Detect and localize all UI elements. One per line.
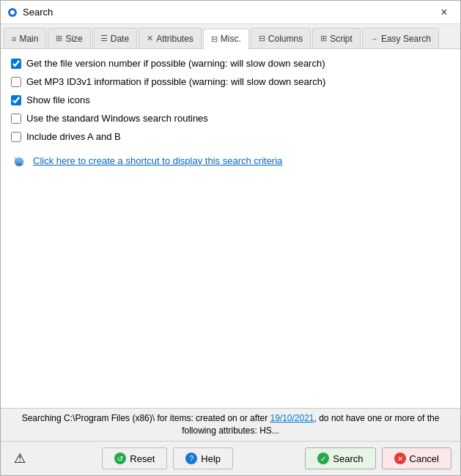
reset-icon: ↺ (114, 453, 126, 464)
window-icon (7, 7, 18, 18)
tab-misc-label: Misc. (221, 34, 241, 44)
checkbox-mp3[interactable] (11, 77, 21, 87)
checkbox-label-file-version[interactable]: Get the file version number if possible … (26, 58, 325, 69)
checkbox-row-windows-search: Use the standard Windows search routines (11, 113, 450, 124)
svg-point-4 (15, 157, 23, 162)
bottom-left: ⚠ (10, 448, 30, 469)
tab-date-label: Date (111, 34, 129, 44)
bottom-center: ↺ Reset ? Help (102, 447, 233, 469)
help-label: Help (201, 453, 221, 464)
tab-attributes[interactable]: ✕ Attributes (139, 28, 202, 48)
cancel-button[interactable]: ✕ Cancel (382, 447, 451, 469)
tab-date[interactable]: ☰ Date (92, 28, 137, 48)
checkbox-drives-ab[interactable] (11, 132, 21, 142)
checkbox-label-drives-ab[interactable]: Include drives A and B (26, 131, 121, 142)
close-button[interactable]: × (434, 5, 454, 20)
checkbox-label-show-icons[interactable]: Show file icons (26, 94, 90, 105)
reset-button[interactable]: ↺ Reset (102, 447, 167, 469)
tab-script-icon: ⊞ (320, 34, 327, 43)
tab-attributes-label: Attributes (156, 34, 193, 44)
tab-bar: ≡ Main ⊞ Size ☰ Date ✕ Attributes ⊟ Misc… (1, 24, 460, 49)
reset-label: Reset (130, 453, 155, 464)
title-bar: Search × (1, 1, 460, 24)
checkbox-row-mp3: Get MP3 ID3v1 information if possible (w… (11, 76, 450, 87)
title-bar-left: Search (7, 7, 53, 18)
tab-easysearch-icon: → (370, 34, 378, 43)
checkbox-label-windows-search[interactable]: Use the standard Windows search routines (26, 113, 208, 124)
tab-main-icon: ≡ (12, 34, 16, 43)
svg-point-1 (10, 10, 15, 15)
bottom-bar: ⚠ ↺ Reset ? Help ✓ Search ✕ Cancel (1, 441, 460, 475)
checkbox-show-icons[interactable] (11, 95, 21, 105)
status-text: Searching C:\Program Files (x86)\ for it… (22, 413, 440, 436)
tab-main-label: Main (19, 34, 38, 44)
tab-content-misc: Get the file version number if possible … (1, 49, 460, 408)
search-button[interactable]: ✓ Search (305, 447, 375, 469)
tab-script-label: Script (330, 34, 353, 44)
tab-size-label: Size (65, 34, 82, 44)
warning-icon: ⚠ (10, 448, 30, 469)
checkbox-windows-search[interactable] (11, 114, 21, 124)
cancel-x-icon: ✕ (394, 453, 406, 464)
tab-date-icon: ☰ (100, 34, 108, 43)
checkbox-file-version[interactable] (11, 59, 21, 69)
status-date-highlight: 19/10/2021 (270, 413, 314, 423)
tab-misc-icon: ⊟ (211, 34, 218, 44)
shortcut-icon (11, 152, 27, 168)
tab-columns[interactable]: ⊟ Columns (251, 28, 311, 48)
tab-easysearch-label: Easy Search (381, 34, 431, 44)
search-label: Search (333, 453, 363, 464)
help-button[interactable]: ? Help (173, 447, 233, 469)
tab-size-icon: ⊞ (56, 34, 62, 43)
tab-columns-label: Columns (268, 34, 303, 44)
bottom-right: ✓ Search ✕ Cancel (305, 447, 451, 469)
help-icon: ? (185, 453, 197, 464)
tab-attributes-icon: ✕ (147, 34, 153, 43)
shortcut-link[interactable]: Click here to create a shortcut to displ… (33, 155, 282, 166)
cancel-label: Cancel (410, 453, 439, 464)
tab-size[interactable]: ⊞ Size (48, 28, 90, 48)
shortcut-row: Click here to create a shortcut to displ… (11, 152, 450, 168)
tab-easysearch[interactable]: → Easy Search (362, 28, 439, 48)
checkbox-row-drives-ab: Include drives A and B (11, 131, 450, 142)
checkbox-row-file-version: Get the file version number if possible … (11, 58, 450, 69)
tab-script[interactable]: ⊞ Script (312, 28, 361, 48)
search-check-icon: ✓ (317, 453, 329, 464)
tab-misc[interactable]: ⊟ Misc. (203, 29, 249, 49)
window-title: Search (23, 7, 53, 18)
checkbox-row-show-icons: Show file icons (11, 94, 450, 105)
checkbox-label-mp3[interactable]: Get MP3 ID3v1 information if possible (w… (26, 76, 325, 87)
tab-main[interactable]: ≡ Main (4, 28, 46, 48)
tab-columns-icon: ⊟ (259, 34, 265, 43)
status-bar: Searching C:\Program Files (x86)\ for it… (1, 408, 460, 441)
main-window: Search × ≡ Main ⊞ Size ☰ Date ✕ Attribut… (0, 0, 461, 476)
